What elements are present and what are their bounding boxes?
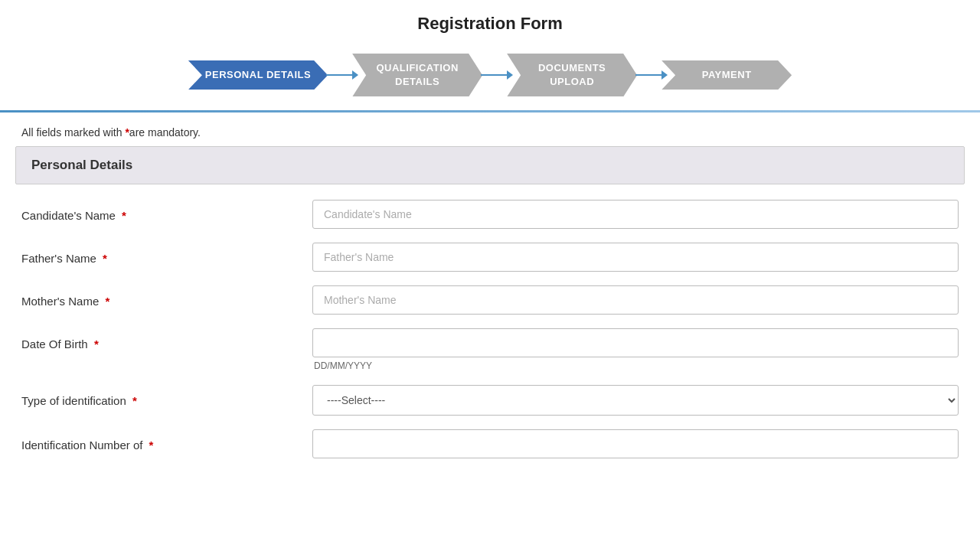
field-row-date-of-birth: Date Of Birth * DD/MM/YYYY [21,328,959,371]
input-wrap-candidates-name [312,200,959,229]
field-row-type-of-identification: Type of identification * ----Select---- [21,385,959,416]
step-label-documents-upload: DOCUMENTSUPLOAD [507,54,637,96]
step-label-payment: PAYMENT [662,60,792,90]
label-date-of-birth: Date Of Birth * [21,328,312,350]
field-row-identification-number: Identification Number of * [21,429,959,458]
label-identification-number: Identification Number of * [21,429,312,452]
input-wrap-identification-number [312,429,959,458]
section-header-personal-details: Personal Details [15,146,965,184]
step-personal-details[interactable]: PERSONAL DETAILS [188,60,328,90]
input-wrap-fathers-name [312,243,959,272]
date-of-birth-input[interactable] [312,328,959,357]
label-candidates-name: Candidate's Name * [21,200,312,222]
label-type-of-identification: Type of identification * [21,385,312,407]
page-title: Registration Form [0,0,980,46]
label-mothers-name: Mother's Name * [21,285,312,308]
stepper: PERSONAL DETAILS QUALIFICATIONDETAILS DO… [0,46,980,107]
input-wrap-mothers-name [312,285,959,315]
step-arrow-3 [635,74,663,76]
field-row-candidates-name: Candidate's Name * [21,200,959,229]
step-label-qualification-details: QUALIFICATIONDETAILS [352,54,482,96]
fathers-name-input[interactable] [312,243,959,272]
candidates-name-input[interactable] [312,200,959,229]
step-documents-upload[interactable]: DOCUMENTSUPLOAD [507,54,637,96]
input-wrap-type-of-identification: ----Select---- [312,385,959,416]
type-of-identification-select[interactable]: ----Select---- [312,385,959,416]
label-fathers-name: Father's Name * [21,243,312,265]
step-qualification-details[interactable]: QUALIFICATIONDETAILS [352,54,482,96]
date-hint: DD/MM/YYYY [312,360,959,371]
step-arrow-2 [481,74,508,76]
mandatory-note: All fields marked with *are mandatory. [0,112,980,146]
step-payment[interactable]: PAYMENT [662,60,792,90]
step-label-personal-details: PERSONAL DETAILS [188,60,328,90]
identification-number-input[interactable] [312,429,959,458]
form-area: Candidate's Name * Father's Name * Mothe… [0,200,980,458]
field-row-fathers-name: Father's Name * [21,243,959,272]
mothers-name-input[interactable] [312,285,959,315]
input-wrap-date-of-birth: DD/MM/YYYY [312,328,959,371]
step-arrow-1 [326,74,354,76]
field-row-mothers-name: Mother's Name * [21,285,959,315]
